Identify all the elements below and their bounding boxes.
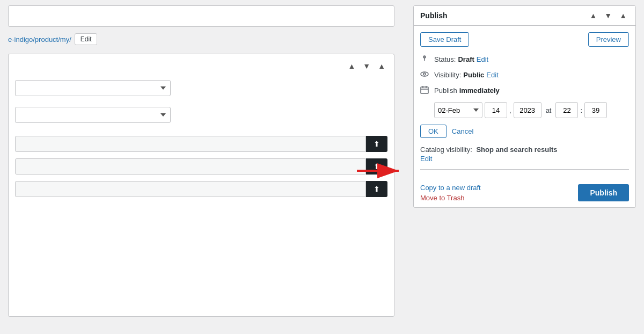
publish-panel-title: Publish — [420, 11, 448, 20]
publish-timing: immediately — [459, 86, 500, 95]
minute-input[interactable] — [584, 102, 607, 118]
publish-move-up-button[interactable]: ▲ — [587, 10, 599, 21]
publish-actions-row: Save Draft Preview — [420, 32, 629, 47]
move-up-button[interactable]: ▲ — [346, 61, 357, 71]
upload-input-3 — [15, 181, 366, 197]
url-bar — [8, 5, 394, 27]
field-row-1 — [15, 80, 387, 96]
cancel-button[interactable]: Cancel — [452, 125, 473, 138]
field-select-2[interactable] — [15, 107, 171, 123]
publish-header-actions: ▲ ▼ ▲ — [587, 10, 629, 21]
upload-row-3: ⬆ — [15, 181, 387, 197]
at-label: at — [546, 106, 552, 114]
status-edit-link[interactable]: Edit — [477, 55, 488, 63]
upload-input-2 — [15, 158, 366, 175]
copy-draft-link[interactable]: Copy to a new draft — [420, 184, 481, 192]
date-separator: , — [509, 106, 511, 114]
status-label: Status: — [434, 55, 456, 63]
catalog-edit-link[interactable]: Edit — [420, 155, 629, 163]
upload-row-1: ⬆ — [15, 136, 387, 152]
save-draft-button[interactable]: Save Draft — [420, 32, 469, 47]
publish-panel: Publish ▲ ▼ ▲ Save Draft Preview Status:… — [413, 5, 636, 208]
publish-body: Save Draft Preview Status: Draft Edit — [414, 26, 635, 178]
catalog-row: Catalog visibility: Shop and search resu… — [420, 146, 629, 170]
status-value: Draft — [458, 55, 474, 63]
pointer-arrow — [357, 160, 405, 181]
content-box-header: ▲ ▼ ▲ — [15, 61, 387, 71]
publish-header: Publish ▲ ▼ ▲ — [414, 6, 635, 26]
svg-point-6 — [423, 73, 426, 75]
content-box: ▲ ▼ ▲ ⬆ ⬆ ⬆ — [8, 54, 394, 317]
footer-links: Copy to a new draft Move to Trash — [420, 184, 481, 202]
svg-point-3 — [424, 56, 425, 57]
status-row: Status: Draft Edit — [420, 54, 629, 64]
year-input[interactable] — [514, 102, 541, 118]
status-icon — [420, 54, 431, 64]
time-separator: : — [580, 106, 582, 114]
ok-button[interactable]: OK — [420, 125, 447, 138]
left-panel: e-indigo/product/my/ Edit ▲ ▼ ▲ ⬆ ⬆ — [0, 0, 394, 334]
month-select[interactable]: 02-Feb — [434, 102, 482, 118]
ok-cancel-row: OK Cancel — [420, 125, 629, 138]
publish-move-down-button[interactable]: ▼ — [602, 10, 614, 21]
svg-rect-7 — [421, 87, 428, 93]
visibility-label: Visibility: — [434, 71, 461, 79]
upload-input-1 — [15, 136, 366, 152]
move-down-button[interactable]: ▼ — [361, 61, 372, 71]
url-text: e-indigo/product/my/ — [8, 35, 71, 43]
upload-button-3[interactable]: ⬆ — [366, 181, 387, 197]
upload-button-1[interactable]: ⬆ — [366, 136, 387, 152]
collapse-button[interactable]: ▲ — [376, 61, 387, 71]
field-select-1[interactable] — [15, 80, 171, 96]
catalog-value: Shop and search results — [476, 146, 557, 154]
publish-collapse-button[interactable]: ▲ — [617, 10, 629, 21]
publish-button[interactable]: Publish — [578, 184, 629, 201]
visibility-icon — [420, 70, 431, 80]
datetime-row: 02-Feb , at : — [420, 102, 629, 118]
publish-label: Publish — [434, 86, 457, 95]
upload-row-2: ⬆ — [15, 158, 387, 175]
publish-timing-row: Publish immediately — [420, 85, 629, 96]
publish-footer: Copy to a new draft Move to Trash Publis… — [414, 178, 635, 207]
preview-button[interactable]: Preview — [588, 32, 629, 47]
visibility-edit-link[interactable]: Edit — [486, 71, 498, 79]
move-trash-link[interactable]: Move to Trash — [420, 194, 481, 202]
catalog-label: Catalog visibility: — [420, 146, 472, 154]
field-row-2 — [15, 107, 387, 123]
url-row: e-indigo/product/my/ Edit — [8, 31, 386, 47]
day-input[interactable] — [485, 102, 507, 118]
visibility-value: Public — [463, 71, 484, 79]
hour-input[interactable] — [555, 102, 578, 118]
calendar-icon — [420, 85, 431, 96]
visibility-row: Visibility: Public Edit — [420, 70, 629, 80]
svg-point-5 — [421, 72, 428, 76]
url-edit-button[interactable]: Edit — [75, 33, 98, 45]
